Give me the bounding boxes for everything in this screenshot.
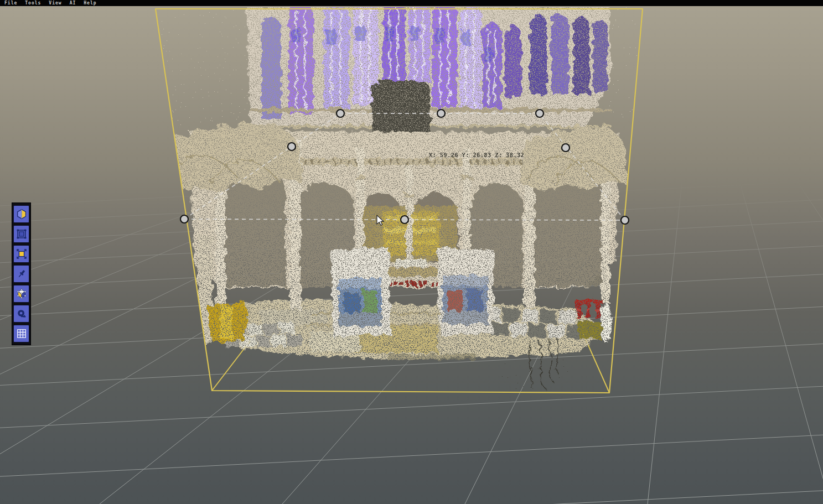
toolbar-button-view-orientation[interactable]	[13, 205, 29, 223]
toolbar-button-crop-region[interactable]	[13, 245, 29, 263]
menu-item-help[interactable]: Help	[84, 1, 96, 6]
toolbar-button-pin-marker[interactable]	[13, 265, 29, 283]
box-handle[interactable]	[401, 216, 408, 224]
box-handle[interactable]	[621, 216, 629, 224]
measure-tape-icon	[15, 308, 28, 320]
red-railing	[574, 300, 603, 304]
toggle-grid-icon	[15, 328, 28, 340]
toolbar-button-measure-tape[interactable]	[13, 305, 29, 323]
box-handle[interactable]	[536, 110, 544, 117]
box-handle[interactable]	[180, 215, 188, 223]
box-handle[interactable]	[288, 143, 296, 150]
railing-posts	[576, 304, 600, 318]
application-window: X: 59.26 Y: 26.83 Z: 38.32 File Tools Vi…	[0, 0, 823, 504]
toolbar-button-toggle-grid[interactable]	[13, 325, 29, 342]
right-screen-fresco	[437, 248, 494, 335]
view-orientation-icon	[15, 208, 28, 220]
menu-item-file[interactable]: File	[4, 1, 17, 6]
menu-item-tools[interactable]: Tools	[25, 1, 41, 6]
menu-item-view[interactable]: View	[49, 1, 61, 6]
menu-item-ai[interactable]: AI	[70, 1, 76, 6]
pin-marker-icon	[15, 268, 28, 280]
box-handle[interactable]	[562, 144, 570, 152]
select-region-icon	[15, 228, 28, 240]
viewport-3d[interactable]: X: 59.26 Y: 26.83 Z: 38.32	[0, 0, 823, 504]
altar-red-trim	[387, 282, 440, 286]
carpet	[579, 322, 604, 339]
left-screen-fresco	[331, 247, 391, 337]
toolbar-button-select-region[interactable]	[13, 225, 29, 243]
box-handle[interactable]	[437, 110, 445, 117]
edit-bounding-box-icon	[15, 288, 28, 300]
golden-barrel	[208, 302, 248, 343]
menu-bar: File Tools View AI Help	[0, 0, 823, 6]
coordinate-readout: X: 59.26 Y: 26.83 Z: 38.32	[429, 152, 524, 158]
left-toolbar	[12, 202, 31, 345]
toolbar-button-edit-bounding-box[interactable]	[13, 285, 29, 303]
box-handle[interactable]	[337, 110, 344, 117]
crop-region-icon	[15, 248, 28, 260]
